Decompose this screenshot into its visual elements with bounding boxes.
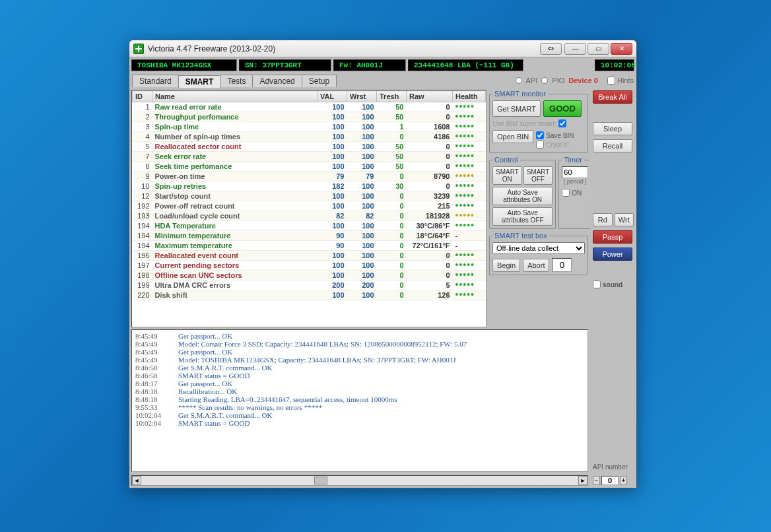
table-row[interactable]: 4Number of spin-up times10010004186•••••: [133, 132, 486, 142]
api-radio[interactable]: [516, 77, 522, 84]
save-bin-checkbox[interactable]: [536, 131, 544, 139]
begin-button[interactable]: Begin: [492, 259, 520, 272]
table-row[interactable]: 197Current pending sectors10010000•••••: [133, 261, 486, 271]
titlebar[interactable]: Victoria 4.47 Freeware (2013-02-20) ⇔ — …: [129, 40, 636, 57]
api-number-value: 0: [601, 476, 619, 485]
maximize-button[interactable]: ▭: [587, 43, 609, 55]
abort-button[interactable]: Abort: [523, 259, 549, 272]
smart-monitor-panel: SMART monitor Get SMART GOOD Use IBM sup…: [489, 90, 588, 153]
tab-advanced[interactable]: Advanced: [252, 75, 302, 87]
table-row[interactable]: 10Spin-up retries182100300•••••: [133, 182, 486, 191]
tab-smart[interactable]: SMART: [178, 75, 221, 88]
sound-checkbox[interactable]: [593, 281, 601, 288]
log-line: 8:46:58SMART status = GOOD: [134, 372, 586, 380]
test-select[interactable]: Off-line data collect: [492, 242, 585, 254]
device-label[interactable]: Device 0: [568, 77, 598, 84]
crypt-checkbox[interactable]: [536, 141, 544, 149]
window-title: Victoria 4.47 Freeware (2013-02-20): [148, 44, 275, 53]
smart-on-button[interactable]: SMART ON: [492, 166, 522, 185]
table-row[interactable]: 12Start/stop count10010003239•••••: [133, 191, 486, 201]
table-row[interactable]: 193Load/unload cycle count82820181928•••…: [133, 211, 486, 221]
sleep-button[interactable]: Sleep: [593, 122, 632, 135]
table-row[interactable]: 3Spin-up time10010011608•••••: [133, 122, 486, 132]
minimize-button[interactable]: —: [564, 43, 586, 55]
log-line: 8:45:49Model: Corsair Force 3 SSD; Capac…: [134, 340, 586, 348]
log-line: 8:46:58Get S.M.A.R.T. command... OK: [134, 364, 586, 372]
table-row[interactable]: 192Power-off retract count1001000215••••…: [133, 201, 486, 211]
control-panel: Control SMART ON SMART OFF Auto Save att…: [489, 156, 556, 229]
rd-button[interactable]: Rd: [593, 213, 613, 226]
table-row[interactable]: 196Reallocated event count10010000•••••: [133, 251, 486, 261]
open-bin-button[interactable]: Open BIN: [492, 130, 533, 143]
table-row[interactable]: 5Reallocated sector count100100500•••••: [133, 142, 486, 152]
clock: 10:02:08: [595, 59, 634, 71]
drive-lba: 234441648 LBA (~111 GB): [408, 59, 523, 71]
right-toolbar: Break All Sleep Recall Rd Wrt Passp Powe…: [590, 88, 636, 488]
drive-info-bar: TOSHIBA MK1234GSX SN: 37PPT3GRT Fw: AH00…: [129, 57, 636, 73]
log-line: 8:45:49Model: TOSHIBA MK1234GSX; Capacit…: [134, 356, 586, 364]
log-line: 8:48:18Recallibration... OK: [134, 387, 586, 395]
log-line: 8:48:17Get passport... OK: [134, 380, 586, 387]
table-row[interactable]: 8Seek time perfomance100100500•••••: [133, 162, 486, 172]
hints-checkbox[interactable]: [607, 77, 615, 84]
log-line: 10:02:04SMART status = GOOD: [134, 419, 586, 427]
table-row[interactable]: 194Maximum temperature90100072°C/161°F-: [133, 241, 486, 251]
tab-tests[interactable]: Tests: [220, 75, 253, 87]
log-line: 9:55:33***** Scan results: no warnings, …: [134, 403, 586, 411]
drive-model: TOSHIBA MK1234GSX: [131, 59, 237, 71]
wrt-button[interactable]: Wrt: [615, 213, 634, 226]
table-row[interactable]: 2Throughput perfomance100100500•••••: [133, 112, 486, 122]
power-button[interactable]: Power: [593, 248, 632, 261]
drive-firmware: Fw: AH001J: [333, 59, 406, 71]
horizontal-scrollbar[interactable]: ◄►: [131, 475, 588, 486]
table-row[interactable]: 1Raw read error rate100100500•••••: [133, 102, 486, 112]
log-area[interactable]: 8:45:49Get passport... OK8:45:49Model: C…: [131, 329, 588, 472]
log-line: 8:45:49Get passport... OK: [134, 332, 586, 340]
api-number-label: API number: [593, 463, 634, 471]
log-line: 10:02:04Get S.M.A.R.T. command... OK: [134, 411, 586, 419]
autosave-off-button[interactable]: Auto Save attributes OFF: [492, 207, 553, 226]
table-row[interactable]: 199Ultra DMA CRC errors20020005•••••: [133, 281, 486, 290]
table-row[interactable]: 194HDA Temperature100100030°C/86°F•••••: [133, 221, 486, 231]
log-line: 8:45:49Get passport... OK: [134, 348, 586, 356]
close-button[interactable]: ✕: [611, 43, 632, 55]
tab-bar: StandardSMARTTestsAdvancedSetup API PIO …: [129, 73, 636, 88]
timer-on-checkbox[interactable]: [562, 189, 570, 197]
timer-panel: Timer [ period ] ON: [558, 156, 590, 229]
app-window: Victoria 4.47 Freeware (2013-02-20) ⇔ — …: [129, 40, 637, 488]
timer-value[interactable]: [562, 166, 588, 178]
extra-window-button[interactable]: ⇔: [540, 43, 562, 55]
log-line: 8:48:18Starting Reading, LBA=0..23444164…: [134, 395, 586, 403]
break-all-button[interactable]: Break All: [593, 90, 632, 104]
app-icon: [133, 44, 144, 54]
pio-radio[interactable]: [541, 77, 548, 84]
table-row[interactable]: 220Disk shift1001000126•••••: [133, 290, 486, 300]
table-row[interactable]: 7Seek error rate100100500•••••: [133, 152, 486, 162]
tab-standard[interactable]: Standard: [132, 75, 179, 87]
recall-button[interactable]: Recall: [593, 139, 632, 152]
test-progress: [552, 258, 572, 272]
smart-table[interactable]: IDNameVALWrstTreshRawHealth 1Raw read er…: [131, 90, 486, 327]
passp-button[interactable]: Passp: [593, 230, 632, 244]
table-row[interactable]: 198Offline scan UNC sectors10010000•••••: [133, 271, 486, 281]
api-plus[interactable]: +: [620, 476, 627, 485]
smart-off-button[interactable]: SMART OFF: [523, 166, 553, 185]
tab-setup[interactable]: Setup: [302, 75, 337, 87]
autosave-on-button[interactable]: Auto Save attributes ON: [492, 187, 553, 205]
get-smart-button[interactable]: Get SMART: [492, 100, 541, 117]
table-row[interactable]: 9Power-on time797908790•••••: [133, 172, 486, 182]
api-minus[interactable]: −: [593, 476, 600, 485]
drive-serial: SN: 37PPT3GRT: [239, 59, 331, 71]
table-row[interactable]: 194Minimum temperature90100018°C/64°F-: [133, 231, 486, 241]
smart-status-good: GOOD: [543, 100, 582, 117]
smart-test-panel: SMART test box Off-line data collect Beg…: [489, 232, 588, 275]
ibm-checkbox[interactable]: [558, 119, 566, 127]
